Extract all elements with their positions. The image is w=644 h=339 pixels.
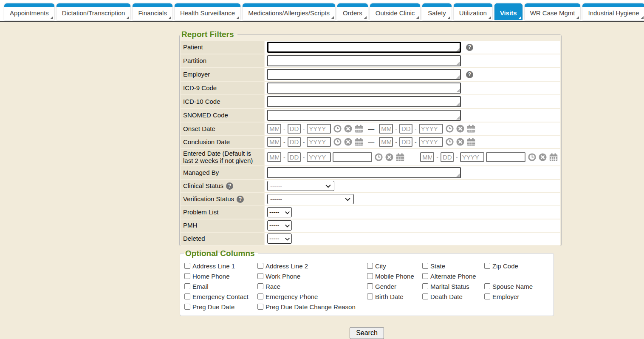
tab-dictation-transcription[interactable]: Dictation/Transcription	[56, 3, 131, 20]
conclusion-from-month-input[interactable]	[267, 137, 281, 147]
optional-column-item[interactable]: Spouse Name	[484, 283, 549, 290]
help-icon[interactable]: ?	[226, 182, 233, 190]
entered-from-year-input[interactable]	[307, 152, 331, 162]
home-phone-checkbox[interactable]	[184, 273, 190, 279]
clock-icon[interactable]	[446, 138, 454, 146]
alternate-phone-checkbox[interactable]	[422, 273, 428, 279]
managed-by-input[interactable]	[267, 167, 461, 178]
conclusion-to-year-input[interactable]	[419, 137, 443, 147]
conclusion-from-year-input[interactable]	[307, 137, 331, 147]
optional-column-item[interactable]: City	[367, 262, 422, 270]
clear-icon[interactable]	[344, 138, 352, 146]
calendar-icon[interactable]	[467, 125, 475, 133]
tab-utilization[interactable]: Utilization	[454, 3, 492, 20]
optional-column-item[interactable]: Email	[184, 283, 257, 290]
optional-column-item[interactable]: Marital Status	[422, 283, 484, 290]
optional-column-item[interactable]: Work Phone	[257, 273, 367, 280]
state-checkbox[interactable]	[422, 263, 428, 269]
address-line-2-checkbox[interactable]	[257, 263, 263, 269]
conclusion-from-day-input[interactable]	[288, 137, 301, 147]
death-date-checkbox[interactable]	[422, 293, 428, 299]
clear-icon[interactable]	[456, 138, 464, 146]
preg-due-date-change-reason-checkbox[interactable]	[257, 304, 263, 310]
pmh-select[interactable]: -----	[267, 220, 292, 231]
snomed-code-input[interactable]	[267, 110, 461, 121]
onset-from-day-input[interactable]	[288, 124, 301, 134]
tab-wr-case-mgmt[interactable]: WR Case Mgmt	[525, 3, 581, 20]
work-phone-checkbox[interactable]	[257, 273, 263, 279]
onset-to-month-input[interactable]	[379, 124, 393, 134]
optional-column-item[interactable]: Alternate Phone	[422, 273, 484, 280]
spouse-name-checkbox[interactable]	[484, 283, 490, 289]
optional-column-item[interactable]: Zip Code	[484, 262, 549, 270]
conclusion-to-day-input[interactable]	[399, 137, 412, 147]
clock-icon[interactable]	[333, 125, 342, 133]
calendar-icon[interactable]	[467, 138, 475, 146]
employer-checkbox[interactable]	[484, 293, 490, 299]
clear-icon[interactable]	[539, 153, 547, 161]
clock-icon[interactable]	[375, 153, 383, 161]
tab-orders[interactable]: Orders	[337, 3, 368, 20]
optional-column-item[interactable]: Home Phone	[184, 273, 257, 280]
optional-column-item[interactable]: Race	[257, 283, 367, 290]
verification-status-select[interactable]: ------	[267, 194, 354, 204]
clock-icon[interactable]	[333, 138, 342, 146]
optional-column-item[interactable]: Mobile Phone	[367, 273, 422, 280]
entered-to-time-input[interactable]	[486, 152, 525, 162]
address-line-1-checkbox[interactable]	[184, 263, 190, 269]
tab-appointments[interactable]: Appointments	[4, 3, 54, 20]
tab-medications-allergies-scripts[interactable]: Medications/Allergies/Scripts	[243, 3, 335, 20]
optional-column-item[interactable]: Address Line 1	[184, 262, 257, 270]
emergency-contact-checkbox[interactable]	[184, 293, 190, 299]
clear-icon[interactable]	[456, 125, 464, 133]
problem-list-select[interactable]: -----	[267, 207, 292, 217]
clinical-status-select[interactable]: ------	[267, 181, 334, 191]
optional-column-item[interactable]: Preg Due Date Change Reason	[257, 303, 484, 311]
optional-column-item[interactable]: Address Line 2	[257, 262, 367, 270]
clock-icon[interactable]	[446, 125, 454, 133]
marital-status-checkbox[interactable]	[422, 283, 428, 289]
patient-input[interactable]	[267, 42, 461, 53]
entered-from-month-input[interactable]	[267, 152, 281, 162]
optional-column-item[interactable]: Emergency Contact	[184, 293, 257, 300]
onset-to-day-input[interactable]	[399, 124, 412, 134]
tab-industrial-hygiene[interactable]: Industrial Hygiene	[582, 3, 644, 20]
employer-input[interactable]	[267, 69, 461, 80]
emergency-phone-checkbox[interactable]	[257, 293, 263, 299]
optional-column-item[interactable]: State	[422, 262, 484, 270]
entered-to-day-input[interactable]	[441, 152, 454, 162]
calendar-icon[interactable]	[355, 125, 363, 133]
optional-column-item[interactable]: Gender	[367, 283, 422, 290]
zip-code-checkbox[interactable]	[484, 263, 490, 269]
deleted-select[interactable]: -----	[267, 234, 292, 244]
calendar-icon[interactable]	[396, 153, 404, 161]
optional-column-item[interactable]: Death Date	[422, 293, 484, 300]
tab-visits[interactable]: Visits	[494, 3, 523, 20]
entered-from-time-input[interactable]	[333, 152, 372, 162]
entered-to-month-input[interactable]	[420, 152, 434, 162]
clear-icon[interactable]	[385, 153, 393, 161]
icd9-code-input[interactable]	[267, 83, 461, 94]
onset-to-year-input[interactable]	[419, 124, 443, 134]
tab-outside-clinic[interactable]: Outside Clinic	[370, 3, 421, 20]
partition-input[interactable]	[267, 55, 461, 66]
tab-financials[interactable]: Financials	[133, 3, 172, 20]
entered-to-year-input[interactable]	[460, 152, 484, 162]
onset-from-year-input[interactable]	[307, 124, 331, 134]
help-icon[interactable]: ?	[466, 71, 473, 78]
email-checkbox[interactable]	[184, 283, 190, 289]
preg-due-date-checkbox[interactable]	[184, 304, 190, 310]
search-button[interactable]: Search	[350, 327, 384, 339]
race-checkbox[interactable]	[257, 283, 263, 289]
clear-icon[interactable]	[344, 125, 352, 133]
help-icon[interactable]: ?	[466, 44, 473, 51]
tab-health-surveillance[interactable]: Health Surveillance	[175, 3, 240, 20]
mobile-phone-checkbox[interactable]	[367, 273, 373, 279]
conclusion-to-month-input[interactable]	[379, 137, 393, 147]
optional-column-item[interactable]: Preg Due Date	[184, 303, 257, 311]
calendar-icon[interactable]	[549, 153, 558, 161]
clock-icon[interactable]	[528, 153, 536, 161]
entered-from-day-input[interactable]	[288, 152, 301, 162]
optional-column-item[interactable]: Employer	[484, 293, 549, 300]
onset-from-month-input[interactable]	[267, 124, 281, 134]
